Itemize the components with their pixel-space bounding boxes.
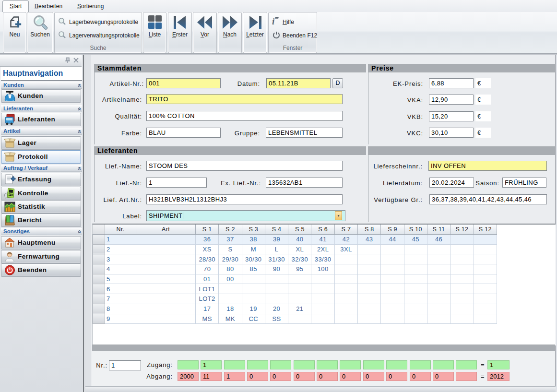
svg-text:i: i [272, 16, 275, 26]
